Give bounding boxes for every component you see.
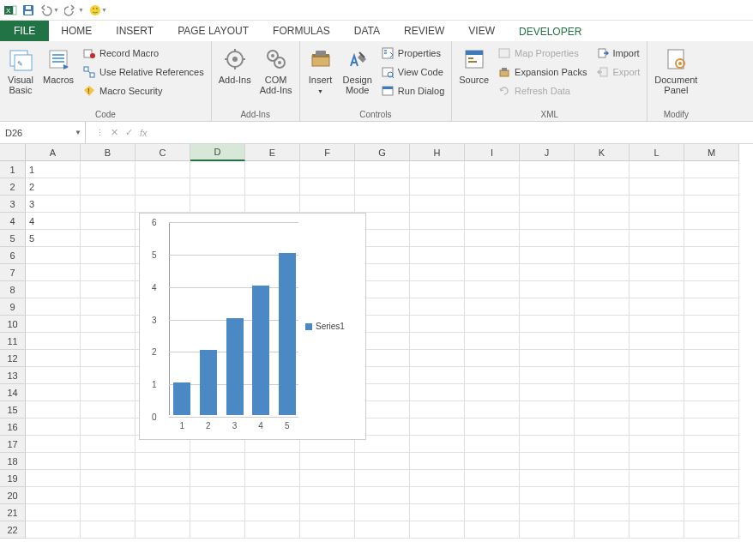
cell[interactable] [81,264,136,281]
cell[interactable] [245,161,300,178]
run-dialog-button[interactable]: Run Dialog [377,81,448,100]
undo-icon[interactable]: ▼ [39,4,59,16]
cell[interactable] [410,436,465,453]
cell[interactable] [520,298,575,316]
cell[interactable] [520,367,575,384]
worksheet-grid[interactable]: ABCDEFGHIJKLM 11223344556789101112131415… [0,144,753,539]
cell[interactable] [520,178,575,196]
cell[interactable] [410,161,465,178]
cell[interactable] [575,281,630,298]
cell[interactable] [410,264,465,281]
cell[interactable] [520,196,575,213]
column-header[interactable]: I [465,144,520,161]
cell[interactable] [520,401,575,418]
use-relative-references-button[interactable]: Use Relative References [79,63,208,81]
tab-developer[interactable]: DEVELOPER [507,21,593,41]
cell[interactable] [465,470,520,487]
cell[interactable] [136,470,190,487]
cell[interactable] [465,453,520,470]
cell[interactable] [684,436,739,453]
cell[interactable] [630,521,684,539]
column-header[interactable]: L [630,144,684,161]
cell[interactable] [520,504,575,521]
cell[interactable] [190,504,245,521]
cell[interactable] [136,161,190,178]
cell[interactable] [190,161,245,178]
cell[interactable] [410,367,465,384]
cell[interactable] [684,264,739,281]
source-button[interactable]: Source [455,44,492,85]
row-header[interactable]: 15 [0,401,26,418]
visual-basic-button[interactable]: ✎ Visual Basic [3,44,38,95]
cell[interactable] [81,487,136,504]
cell[interactable] [575,247,630,264]
cell[interactable] [630,247,684,264]
record-macro-button[interactable]: Record Macro [79,44,208,63]
excel-app-icon[interactable]: X [3,3,17,17]
macro-security-button[interactable]: ! Macro Security [79,81,208,100]
cell[interactable] [26,316,81,333]
cell[interactable] [81,178,136,196]
cell[interactable] [630,384,684,401]
cell[interactable] [355,196,410,213]
view-code-button[interactable]: View Code [377,63,448,81]
cell[interactable]: 2 [26,178,81,196]
tab-page-layout[interactable]: PAGE LAYOUT [166,21,261,41]
cell[interactable] [465,367,520,384]
cell[interactable] [136,453,190,470]
row-header[interactable]: 5 [0,230,26,247]
cell[interactable] [410,350,465,367]
row-header[interactable]: 18 [0,453,26,470]
cell[interactable] [26,367,81,384]
cell[interactable] [684,230,739,247]
cell[interactable] [575,196,630,213]
cell[interactable] [630,230,684,247]
cell[interactable] [630,470,684,487]
cell[interactable] [410,196,465,213]
row-header[interactable]: 8 [0,281,26,298]
cell[interactable] [630,453,684,470]
addins-button[interactable]: Add-Ins [215,44,255,85]
tab-view[interactable]: VIEW [456,21,507,41]
cell[interactable] [520,264,575,281]
cell[interactable] [300,504,355,521]
cell[interactable] [355,178,410,196]
cell[interactable] [520,384,575,401]
cell[interactable] [630,418,684,436]
tab-review[interactable]: REVIEW [392,21,456,41]
cell[interactable] [465,298,520,316]
cell[interactable] [245,196,300,213]
redo-icon[interactable]: ▼ [64,4,84,16]
cell[interactable] [26,350,81,367]
cell[interactable] [81,470,136,487]
cell[interactable] [465,384,520,401]
chevron-down-icon[interactable]: ▼ [75,129,81,136]
cell[interactable] [684,487,739,504]
row-header[interactable]: 20 [0,487,26,504]
cell[interactable] [575,487,630,504]
cell[interactable] [630,178,684,196]
cell[interactable] [26,418,81,436]
cell[interactable] [575,298,630,316]
cell[interactable] [630,196,684,213]
cell[interactable]: 4 [26,213,81,230]
cell[interactable] [410,521,465,539]
row-header[interactable]: 19 [0,470,26,487]
macros-button[interactable]: Macros [39,44,77,85]
cell[interactable] [190,470,245,487]
insert-control-button[interactable]: Insert ▼ [304,44,338,97]
cell[interactable] [465,350,520,367]
row-header[interactable]: 22 [0,521,26,539]
cell[interactable] [355,521,410,539]
cell[interactable] [575,161,630,178]
cell[interactable] [465,333,520,350]
cell[interactable] [684,333,739,350]
cell[interactable] [190,453,245,470]
cell[interactable] [465,196,520,213]
cell[interactable] [81,350,136,367]
cell[interactable] [410,247,465,264]
cell[interactable] [300,487,355,504]
cell[interactable] [684,281,739,298]
cell[interactable] [355,470,410,487]
cell[interactable] [26,384,81,401]
